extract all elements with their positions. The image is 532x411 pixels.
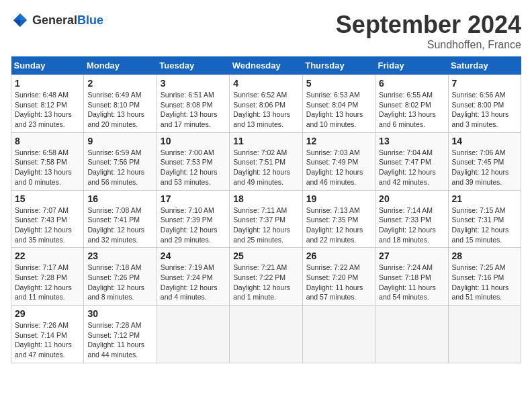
table-row: 25 Sunrise: 7:21 AMSunset: 7:22 PMDaylig… <box>230 248 302 306</box>
day-number: 16 <box>87 193 152 204</box>
logo: GeneralBlue <box>11 11 103 30</box>
day-number: 1 <box>15 78 80 89</box>
day-number: 5 <box>306 78 371 89</box>
table-row: 4 Sunrise: 6:52 AMSunset: 8:06 PMDayligh… <box>230 75 302 133</box>
day-number: 4 <box>233 78 298 89</box>
table-row: 23 Sunrise: 7:18 AMSunset: 7:26 PMDaylig… <box>84 248 157 306</box>
calendar-week-row: 22 Sunrise: 7:17 AMSunset: 7:28 PMDaylig… <box>11 248 521 306</box>
day-number: 13 <box>379 136 444 146</box>
day-info: Sunrise: 7:24 AMSunset: 7:18 PMDaylight:… <box>379 263 444 302</box>
col-wednesday: Wednesday <box>230 56 302 75</box>
day-info: Sunrise: 7:26 AMSunset: 7:14 PMDaylight:… <box>15 320 80 360</box>
calendar-week-row: 1 Sunrise: 6:48 AMSunset: 8:12 PMDayligh… <box>11 75 521 133</box>
day-number: 10 <box>161 136 226 146</box>
day-number: 21 <box>452 193 517 204</box>
table-row: 1 Sunrise: 6:48 AMSunset: 8:12 PMDayligh… <box>11 75 84 133</box>
day-number: 15 <box>15 193 80 204</box>
table-row <box>448 306 521 363</box>
day-info: Sunrise: 6:59 AMSunset: 7:56 PMDaylight:… <box>87 148 152 187</box>
title-area: September 2024 Sundhoffen, France <box>336 11 521 51</box>
day-info: Sunrise: 6:49 AMSunset: 8:10 PMDaylight:… <box>87 90 152 130</box>
day-number: 26 <box>306 250 371 261</box>
location-title: Sundhoffen, France <box>336 39 521 51</box>
col-friday: Friday <box>375 56 448 75</box>
day-number: 9 <box>87 136 152 146</box>
day-info: Sunrise: 7:22 AMSunset: 7:20 PMDaylight:… <box>306 263 371 302</box>
day-number: 19 <box>306 193 371 204</box>
col-thursday: Thursday <box>302 56 375 75</box>
table-row: 16 Sunrise: 7:08 AMSunset: 7:41 PMDaylig… <box>84 190 157 248</box>
table-row: 14 Sunrise: 7:06 AMSunset: 7:45 PMDaylig… <box>448 132 521 190</box>
logo-icon <box>11 11 30 30</box>
day-info: Sunrise: 7:18 AMSunset: 7:26 PMDaylight:… <box>87 263 152 302</box>
col-monday: Monday <box>84 56 157 75</box>
table-row: 27 Sunrise: 7:24 AMSunset: 7:18 PMDaylig… <box>375 248 448 306</box>
day-info: Sunrise: 7:28 AMSunset: 7:12 PMDaylight:… <box>87 320 152 360</box>
day-info: Sunrise: 7:08 AMSunset: 7:41 PMDaylight:… <box>87 205 152 245</box>
page-header: GeneralBlue September 2024 Sundhoffen, F… <box>11 11 521 51</box>
day-number: 25 <box>233 250 298 261</box>
day-number: 24 <box>161 250 226 261</box>
table-row: 5 Sunrise: 6:53 AMSunset: 8:04 PMDayligh… <box>302 75 375 133</box>
day-number: 23 <box>87 250 152 261</box>
table-row: 6 Sunrise: 6:55 AMSunset: 8:02 PMDayligh… <box>375 75 448 133</box>
svg-marker-2 <box>13 20 20 27</box>
day-number: 29 <box>15 308 80 319</box>
day-number: 8 <box>15 136 80 146</box>
day-info: Sunrise: 7:06 AMSunset: 7:45 PMDaylight:… <box>452 148 517 187</box>
day-info: Sunrise: 6:51 AMSunset: 8:08 PMDaylight:… <box>161 90 226 130</box>
table-row <box>302 306 375 363</box>
day-info: Sunrise: 7:07 AMSunset: 7:43 PMDaylight:… <box>15 205 80 245</box>
table-row: 30 Sunrise: 7:28 AMSunset: 7:12 PMDaylig… <box>84 306 157 363</box>
table-row: 19 Sunrise: 7:13 AMSunset: 7:35 PMDaylig… <box>302 190 375 248</box>
col-tuesday: Tuesday <box>157 56 229 75</box>
month-title: September 2024 <box>336 11 521 39</box>
day-info: Sunrise: 7:25 AMSunset: 7:16 PMDaylight:… <box>452 263 517 302</box>
day-info: Sunrise: 7:03 AMSunset: 7:49 PMDaylight:… <box>306 148 371 187</box>
calendar-table: Sunday Monday Tuesday Wednesday Thursday… <box>11 56 521 363</box>
day-info: Sunrise: 7:10 AMSunset: 7:39 PMDaylight:… <box>161 205 226 245</box>
day-info: Sunrise: 7:02 AMSunset: 7:51 PMDaylight:… <box>233 148 298 187</box>
day-number: 20 <box>379 193 444 204</box>
day-info: Sunrise: 7:00 AMSunset: 7:53 PMDaylight:… <box>161 148 226 187</box>
table-row: 24 Sunrise: 7:19 AMSunset: 7:24 PMDaylig… <box>157 248 229 306</box>
table-row: 15 Sunrise: 7:07 AMSunset: 7:43 PMDaylig… <box>11 190 84 248</box>
day-info: Sunrise: 6:58 AMSunset: 7:58 PMDaylight:… <box>15 148 80 187</box>
day-info: Sunrise: 6:53 AMSunset: 8:04 PMDaylight:… <box>306 90 371 130</box>
day-info: Sunrise: 7:15 AMSunset: 7:31 PMDaylight:… <box>452 205 517 245</box>
table-row: 13 Sunrise: 7:04 AMSunset: 7:47 PMDaylig… <box>375 132 448 190</box>
day-info: Sunrise: 6:52 AMSunset: 8:06 PMDaylight:… <box>233 90 298 130</box>
table-row <box>157 306 229 363</box>
day-number: 14 <box>452 136 517 146</box>
day-info: Sunrise: 6:48 AMSunset: 8:12 PMDaylight:… <box>15 90 80 130</box>
logo-text: GeneralBlue <box>32 13 103 28</box>
day-number: 3 <box>161 78 226 89</box>
day-info: Sunrise: 7:13 AMSunset: 7:35 PMDaylight:… <box>306 205 371 245</box>
table-row: 3 Sunrise: 6:51 AMSunset: 8:08 PMDayligh… <box>157 75 229 133</box>
table-row: 8 Sunrise: 6:58 AMSunset: 7:58 PMDayligh… <box>11 132 84 190</box>
day-info: Sunrise: 7:17 AMSunset: 7:28 PMDaylight:… <box>15 263 80 302</box>
calendar-week-row: 29 Sunrise: 7:26 AMSunset: 7:14 PMDaylig… <box>11 306 521 363</box>
day-info: Sunrise: 7:04 AMSunset: 7:47 PMDaylight:… <box>379 148 444 187</box>
table-row: 10 Sunrise: 7:00 AMSunset: 7:53 PMDaylig… <box>157 132 229 190</box>
day-info: Sunrise: 7:11 AMSunset: 7:37 PMDaylight:… <box>233 205 298 245</box>
day-info: Sunrise: 7:21 AMSunset: 7:22 PMDaylight:… <box>233 263 298 302</box>
table-row: 2 Sunrise: 6:49 AMSunset: 8:10 PMDayligh… <box>84 75 157 133</box>
table-row: 18 Sunrise: 7:11 AMSunset: 7:37 PMDaylig… <box>230 190 302 248</box>
table-row: 29 Sunrise: 7:26 AMSunset: 7:14 PMDaylig… <box>11 306 84 363</box>
day-info: Sunrise: 6:56 AMSunset: 8:00 PMDaylight:… <box>452 90 517 130</box>
table-row: 17 Sunrise: 7:10 AMSunset: 7:39 PMDaylig… <box>157 190 229 248</box>
table-row: 20 Sunrise: 7:14 AMSunset: 7:33 PMDaylig… <box>375 190 448 248</box>
day-number: 30 <box>87 308 152 319</box>
table-row: 21 Sunrise: 7:15 AMSunset: 7:31 PMDaylig… <box>448 190 521 248</box>
col-saturday: Saturday <box>448 56 521 75</box>
table-row: 12 Sunrise: 7:03 AMSunset: 7:49 PMDaylig… <box>302 132 375 190</box>
table-row: 9 Sunrise: 6:59 AMSunset: 7:56 PMDayligh… <box>84 132 157 190</box>
day-number: 2 <box>87 78 152 89</box>
day-number: 17 <box>161 193 226 204</box>
col-sunday: Sunday <box>11 56 84 75</box>
day-number: 7 <box>452 78 517 89</box>
calendar-week-row: 8 Sunrise: 6:58 AMSunset: 7:58 PMDayligh… <box>11 132 521 190</box>
table-row: 26 Sunrise: 7:22 AMSunset: 7:20 PMDaylig… <box>302 248 375 306</box>
table-row: 11 Sunrise: 7:02 AMSunset: 7:51 PMDaylig… <box>230 132 302 190</box>
